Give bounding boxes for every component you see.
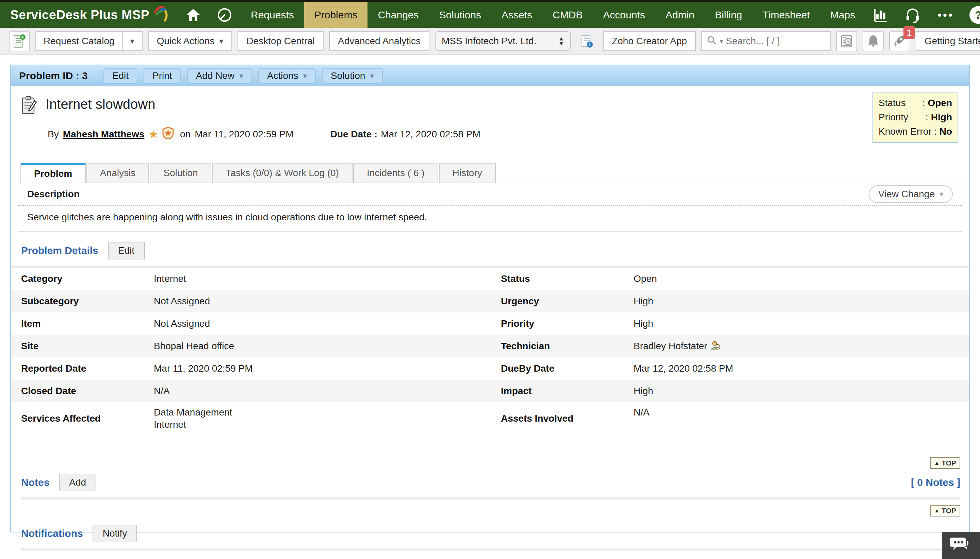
reported-datetime: Mar 11, 2020 02:59 PM [195,129,294,140]
account-info-icon[interactable]: i [576,31,597,51]
status-value: Open [928,96,952,110]
zoho-creator-app-button[interactable]: Zoho Creator App [603,31,696,51]
problem-notepad-icon [21,95,37,117]
notifications-header: Notifications [21,528,83,539]
app-logo[interactable]: ServiceDesk Plus MSP [10,2,169,28]
solution-button[interactable]: Solution▾ [322,68,383,84]
add-new-button[interactable]: Add New▾ [187,68,252,84]
app-logo-text: ServiceDesk Plus MSP [10,8,149,22]
notes-count-link[interactable]: [ 0 Notes ] [911,477,960,488]
reports-chart-icon[interactable] [865,2,897,28]
quick-actions-label: Quick Actions [157,36,215,46]
dashboard-gauge-icon[interactable] [209,2,240,28]
advanced-analytics-button[interactable]: Advanced Analytics [329,31,429,51]
status-row: Status : Open [879,96,952,110]
nav-item-billing[interactable]: Billing [705,2,752,28]
problem-tabs: Problem Analysis Solution Tasks (0/0) & … [20,163,962,183]
actions-caret-icon: ▾ [303,71,307,81]
description-header: Description [27,189,80,200]
tab-incidents[interactable]: Incidents ( 6 ) [353,163,438,183]
advanced-analytics-label: Advanced Analytics [338,36,421,46]
account-selector-spinner-icon[interactable]: ▲▼ [559,36,564,46]
nav-right-group: ? [963,2,980,28]
nav-item-solutions[interactable]: Solutions [429,2,491,28]
main-menu: Requests Problems Changes Solutions Asse… [240,2,865,28]
notes-header: Notes [21,477,49,488]
edit-button[interactable]: Edit [103,68,138,84]
notify-button[interactable]: Notify [93,525,138,542]
top-navigation-bar: ServiceDesk Plus MSP Requests Problems C… [0,2,980,28]
account-selector-value: MSS Infotech Pvt. Ltd. [442,36,537,46]
search-input[interactable] [726,36,808,46]
recent-items-icon[interactable] [836,31,857,51]
vip-star-icon: ★ [148,128,158,141]
search-scope-caret-icon[interactable]: ▾ [720,37,723,45]
table-row: Category Internet Status Open [11,268,969,290]
due-datetime: Mar 12, 2020 02:58 PM [381,129,481,140]
request-catalog-dropdown-icon[interactable]: ▾ [122,32,142,50]
desktop-central-label: Desktop Central [246,36,315,46]
details-edit-button[interactable]: Edit [108,242,144,260]
description-text: Service glitches are happening along wit… [18,206,962,231]
more-menu-icon[interactable]: ••• [929,2,963,28]
nav-item-admin[interactable]: Admin [655,2,705,28]
global-search[interactable]: ▾ [701,31,831,51]
view-change-button[interactable]: View Change ▾ [869,185,953,203]
notes-section: ▲ TOP Notes Add [ 0 Notes ] [11,473,969,499]
new-request-icon[interactable] [9,31,30,51]
notifications-bell-icon[interactable] [862,31,884,51]
add-new-caret-icon: ▾ [239,71,243,81]
request-catalog-label: Request Catalog [36,32,122,50]
problem-title-block: Internet slowdown By Mahesh Matthews ★ o… [11,86,969,154]
known-error-row: Known Error : No [879,124,952,139]
getting-started-button[interactable]: Getting Started [916,31,980,51]
nav-item-maps[interactable]: Maps [820,2,865,28]
print-button[interactable]: Print [144,68,181,84]
account-selector[interactable]: MSS Infotech Pvt. Ltd. ▲▼ [435,31,571,51]
headset-support-icon[interactable] [897,2,929,28]
tab-tasks-worklog[interactable]: Tasks (0/0) & Work Log (0) [212,163,352,183]
chat-bubbles-icon [950,536,972,555]
search-icon[interactable] [707,35,717,47]
reporter-badge-shield-icon [163,126,174,142]
nav-item-cmdb[interactable]: CMDB [542,2,593,28]
chat-launcher-button[interactable] [942,532,980,559]
nav-item-requests[interactable]: Requests [240,2,304,28]
priority-row: Priority : High [879,110,952,124]
add-note-button[interactable]: Add [59,474,96,491]
technician-assign-icon[interactable] [710,341,720,352]
tab-problem[interactable]: Problem [20,163,86,183]
nav-item-timesheet[interactable]: Timesheet [752,2,820,28]
help-icon[interactable]: ? [970,6,980,24]
svg-text:i: i [589,42,590,47]
notes-divider [21,498,960,499]
status-summary-box: Status : Open Priority : High Known Erro… [872,92,958,143]
actions-button[interactable]: Actions▾ [258,68,316,84]
desktop-central-button[interactable]: Desktop Central [237,31,323,51]
problem-action-bar: Problem ID : 3 Edit Print Add New▾ Actio… [11,65,969,86]
tab-solution[interactable]: Solution [150,163,211,183]
top-arrow-icon: ▲ [934,508,940,514]
home-icon[interactable] [178,2,209,28]
problem-id-label: Problem ID : 3 [19,70,88,82]
notifications-section: ▲ TOP Notifications Notify [11,524,969,551]
request-catalog-button[interactable]: Request Catalog ▾ [35,31,143,51]
whats-new-rocket-icon[interactable]: 1 [889,31,910,51]
quick-actions-caret-icon: ▾ [219,36,223,46]
table-row: Reported Date Mar 11, 2020 02:59 PM DueB… [11,357,969,380]
scroll-top-button[interactable]: ▲ TOP [930,505,960,516]
service-affected-item: Internet [154,418,232,431]
nav-item-changes[interactable]: Changes [368,2,429,28]
logo-swirl-icon [151,4,169,26]
tab-analysis[interactable]: Analysis [86,163,149,183]
nav-item-assets[interactable]: Assets [491,2,542,28]
due-date-label: Due Date : [330,129,377,140]
reporter-link[interactable]: Mahesh Matthews [63,129,144,140]
scroll-top-button[interactable]: ▲ TOP [930,457,960,469]
nav-item-accounts[interactable]: Accounts [593,2,655,28]
top-arrow-icon: ▲ [934,460,940,466]
nav-item-problems[interactable]: Problems [304,2,368,28]
notifications-divider [21,549,960,551]
tab-history[interactable]: History [439,163,496,183]
quick-actions-button[interactable]: Quick Actions ▾ [148,31,232,51]
